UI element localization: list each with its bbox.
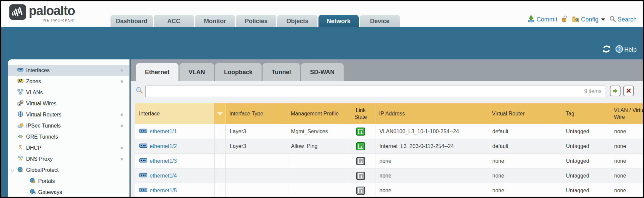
tab-dashboard[interactable]: Dashboard [111,15,153,27]
sidebar-item-portals[interactable]: Portals [8,176,129,187]
search-icon [609,15,616,24]
tab-monitor[interactable]: Monitor [195,15,235,27]
sidebar-item-zones[interactable]: Zones [8,76,129,87]
svg-text:?: ? [618,46,621,52]
tab-objects[interactable]: Objects [277,15,317,27]
status-dot [121,125,123,127]
dhcp-icon: IP [17,144,23,152]
sidebar-item-globalprotect[interactable]: ▽ GlobalProtect [8,164,129,176]
cell-type: Layer3 [226,139,287,153]
tab-loopback[interactable]: Loopback [215,63,262,81]
main-nav-tabs: Dashboard ACC Monitor Policies Objects N… [111,15,400,27]
sidebar-item-gateways[interactable]: Gateways [8,187,129,197]
main-content: Ethernet VLAN Loopback Tunnel SD-WAN 9 i… [131,59,643,197]
interface-link[interactable]: ethernet1/1 [150,129,177,135]
col-interface[interactable]: Interface [135,103,215,124]
sidebar-item-dhcp[interactable]: IP DHCP [8,142,129,153]
table-row[interactable]: ethernet1/4 none none Untagged none [135,168,643,183]
cell-ip: VLAN0100_L3_10-1-100-254--24 [375,124,488,139]
col-vlan-virtual-wire[interactable]: VLAN / Virtual Wire [610,103,643,124]
help-button[interactable]: ? Help [615,45,637,55]
tab-network[interactable]: Network [318,15,359,27]
cell-interface: ethernet1/4 [135,168,215,183]
cell-ip: Internet_L3_203-0-113-254--24 [375,139,488,153]
interface-link[interactable]: ethernet1/2 [150,143,177,149]
interface-link[interactable]: ethernet1/5 [150,188,177,194]
config-menu[interactable]: Config [572,15,605,24]
cell-ip: none [375,168,488,183]
clear-filter-button[interactable]: × [623,86,634,96]
col-management-profile[interactable]: Management Profile [287,103,346,124]
tab-sdwan[interactable]: SD-WAN [301,63,344,81]
filter-input-container: 9 items [145,86,605,97]
apply-filter-button[interactable] [610,86,621,96]
cell-vlan: none [610,124,643,139]
subtab-band: Ethernet VLAN Loopback Tunnel SD-WAN [131,59,643,81]
cell-tag: Untagged [562,183,610,197]
refresh-icon[interactable] [602,45,611,55]
triangle-expander-icon[interactable]: ▽ [11,167,14,172]
paloalto-logo-icon [9,4,26,20]
cell-interface: ethernet1/3 [135,154,215,168]
interface-type-tabs: Ethernet VLAN Loopback Tunnel SD-WAN [136,63,344,81]
status-dot [121,158,123,160]
brand-logo: paloalto NETWORKS® [9,4,75,22]
cell-interface: ethernet1/5 [135,183,215,197]
cell-type [226,168,287,183]
col-interface-type[interactable]: Interface Type [226,103,287,124]
interface-link[interactable]: ethernet1/4 [150,173,177,179]
items-count: 9 items [584,88,605,94]
tab-policies[interactable]: Policies [236,15,276,27]
gateways-icon [29,189,35,196]
sidebar-item-interfaces[interactable]: Interfaces [8,65,129,76]
cell-router: none [488,183,562,197]
cell-tag: Untagged [562,139,610,153]
col-ip-address[interactable]: IP Address [375,103,488,124]
sidebar-item-ipsec-tunnels[interactable]: IPSec Tunnels [8,120,129,131]
virtual-wires-icon [17,100,23,107]
table-row[interactable]: ethernet1/1 Layer3 Mgmt_Services VLAN010… [135,124,643,139]
cell-router: none [488,168,562,183]
filter-input[interactable] [146,86,584,97]
cell-type [226,154,287,168]
zones-icon [17,78,23,85]
status-dot [121,113,123,116]
interface-icon [139,143,147,149]
cell-sort-gap [215,139,226,153]
sidebar-item-gre-tunnels[interactable]: GRE Tunnels [8,131,129,142]
tab-acc[interactable]: ACC [154,15,194,27]
table-row[interactable]: ethernet1/3 none none Untagged none [135,154,643,168]
search-button[interactable]: Search [609,15,637,24]
interface-icon [139,188,147,194]
sidebar-item-virtual-wires[interactable]: Virtual Wires [8,98,129,109]
col-link-state[interactable]: Link State [346,103,375,124]
cell-router: default [488,124,562,139]
lock-icon[interactable] [561,15,568,24]
sidebar-item-vlans[interactable]: VLANs [8,87,129,98]
gre-tunnels-icon [17,133,23,141]
interface-icon [139,158,147,164]
col-tag[interactable]: Tag [562,103,610,124]
sidebar-item-dns-proxy[interactable]: DNS DNS Proxy [8,153,129,164]
cell-sort-gap [215,124,226,139]
cell-interface: ethernet1/1 [135,124,215,139]
cell-profile [287,183,346,197]
table-header: Interface Interface Type Management Prof… [135,103,643,124]
cell-vlan: none [610,139,643,153]
svg-text:DNS: DNS [18,156,23,158]
col-virtual-router[interactable]: Virtual Router [488,103,562,124]
sort-dropdown[interactable] [215,103,226,124]
tab-device[interactable]: Device [360,15,400,27]
commit-button[interactable]: Commit [527,15,557,24]
interface-link[interactable]: ethernet1/3 [150,158,177,164]
tab-tunnel[interactable]: Tunnel [263,63,300,81]
table-row[interactable]: ethernet1/5 none none Untagged none [135,183,643,197]
cell-ip: none [375,154,488,168]
top-bar: paloalto NETWORKS® Dashboard ACC Monitor… [1,1,643,27]
sidebar-item-virtual-routers[interactable]: Virtual Routers [8,109,129,120]
status-dot [121,80,123,83]
tab-ethernet[interactable]: Ethernet [136,63,178,81]
table-row[interactable]: ethernet1/2 Layer3 Allow_Ping Internet_L… [135,139,643,154]
tab-vlan[interactable]: VLAN [180,63,214,81]
chevron-down-icon [601,18,605,21]
